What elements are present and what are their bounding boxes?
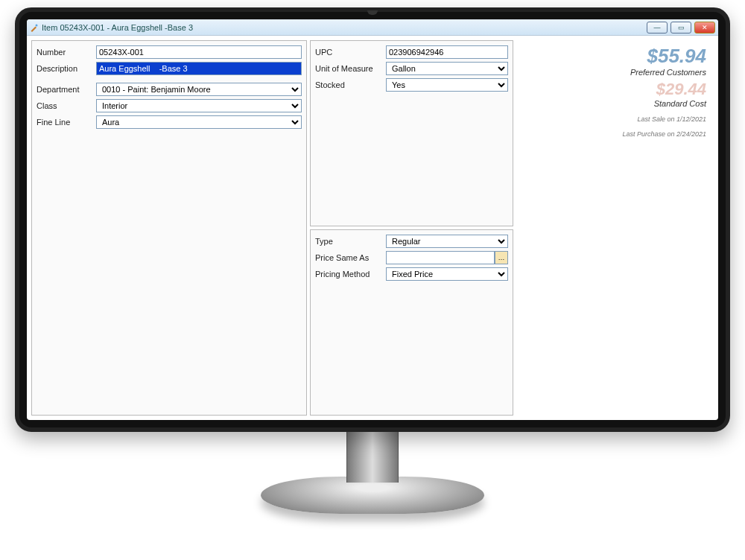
department-select[interactable]: 0010 - Paint: Benjamin Moore: [96, 83, 302, 96]
number-label: Number: [37, 48, 96, 57]
type-label: Type: [315, 237, 386, 246]
screen: Item 05243X-001 - Aura Eggshell -Base 3 …: [27, 19, 718, 420]
preferred-price: $55.94: [534, 45, 706, 68]
standard-cost-label: Standard Cost: [534, 99, 706, 108]
monitor-frame: Item 05243X-001 - Aura Eggshell -Base 3 …: [15, 7, 730, 432]
stocked-label: Stocked: [315, 80, 386, 89]
uom-select[interactable]: Gallon: [386, 62, 508, 75]
close-button[interactable]: ✕: [694, 22, 715, 34]
upc-label: UPC: [315, 48, 386, 57]
maximize-button[interactable]: ▭: [670, 22, 691, 34]
pricingmethod-select[interactable]: Fixed Price: [386, 267, 508, 281]
app-icon: [30, 23, 39, 32]
fineline-select[interactable]: Aura: [96, 115, 302, 129]
item-id-panel: Number Description Department 0010 - Pai…: [31, 40, 307, 416]
last-sale-note: Last Sale on 1/12/2021: [534, 115, 706, 123]
last-purchase-note: Last Purchase on 2/24/2021: [534, 130, 706, 138]
class-select[interactable]: Interior: [96, 99, 302, 112]
description-label: Description: [37, 64, 96, 73]
standard-cost: $29.44: [534, 80, 706, 99]
pricesame-label: Price Same As: [315, 253, 386, 262]
pricesame-input[interactable]: [386, 251, 495, 264]
preferred-price-label: Preferred Customers: [534, 68, 706, 77]
item-upc-panel: UPC Unit of Measure Gallon Stocked Yes: [310, 40, 513, 226]
svg-point-0: [36, 24, 38, 26]
description-input[interactable]: [96, 62, 302, 75]
monitor-stand-neck: [346, 430, 399, 483]
department-label: Department: [37, 85, 96, 94]
upc-input[interactable]: [386, 45, 508, 59]
stocked-select[interactable]: Yes: [386, 78, 508, 92]
pricesame-lookup-button[interactable]: …: [495, 251, 508, 264]
item-pricing-panel: Type Regular Price Same As … Pricing Met…: [310, 229, 513, 416]
uom-label: Unit of Measure: [315, 64, 386, 73]
price-summary-panel: $55.94 Preferred Customers $29.44 Standa…: [516, 40, 714, 416]
webcam-icon: [367, 10, 378, 15]
fineline-label: Fine Line: [37, 118, 96, 127]
minimize-button[interactable]: —: [647, 22, 668, 34]
type-select[interactable]: Regular: [386, 235, 508, 248]
number-input[interactable]: [96, 45, 302, 59]
class-label: Class: [37, 101, 96, 110]
window-titlebar[interactable]: Item 05243X-001 - Aura Eggshell -Base 3 …: [27, 19, 718, 36]
pricingmethod-label: Pricing Method: [315, 270, 386, 279]
window-title: Item 05243X-001 - Aura Eggshell -Base 3: [42, 23, 193, 32]
